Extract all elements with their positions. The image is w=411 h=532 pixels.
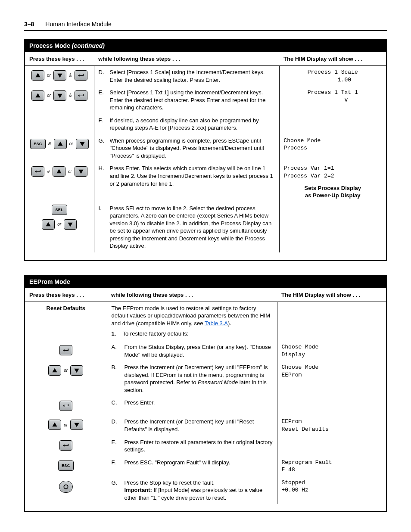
him-display: Choose Mode Process	[279, 134, 386, 162]
table-row: E. Press Enter to restore all parameters…	[25, 436, 386, 456]
eeprom-table: Press these keys . . . while following t…	[25, 288, 386, 511]
enter-key-icon	[59, 345, 72, 355]
col-head-display: The HIM Display will show . . .	[277, 288, 386, 302]
process-mode-table-wrap: Press these keys . . . while following t…	[24, 52, 387, 261]
increment-key-icon	[54, 139, 67, 149]
increment-key-icon	[31, 70, 44, 81]
document-page: 3–8 Human Interface Module Process Mode …	[0, 0, 411, 532]
him-display: Stopped +0.00 Hz	[277, 476, 386, 504]
table-row: C. Press Enter.	[25, 396, 386, 415]
enter-key-icon	[75, 90, 87, 101]
step-letter: A.	[112, 343, 119, 358]
stop-key-icon	[59, 481, 73, 493]
step-text: Press SELect to move to line 2. Select t…	[110, 205, 275, 250]
step-text: When process programming is complete, pr…	[110, 137, 275, 160]
band-title: Process Mode	[29, 42, 70, 49]
him-display: Process 1 Scale 1.00	[279, 66, 386, 87]
numbered-item: 1. To restore factory defaults:	[112, 330, 273, 338]
increment-key-icon	[42, 219, 55, 230]
sel-key-icon: SEL	[52, 205, 67, 215]
step-letter: F.	[112, 459, 119, 467]
esc-key-icon: ESC	[58, 460, 74, 471]
step-text: Press Enter.	[125, 399, 273, 407]
enter-key-icon	[31, 166, 44, 177]
key-combo: or &	[31, 90, 87, 101]
step-text: Press the Stop key to reset the fault. I…	[125, 479, 273, 502]
col-head-display: The HIM Display will show . . .	[279, 52, 386, 66]
step-text: Press Enter to restore all parameters to…	[125, 439, 273, 454]
table-row: A. From the Status Display, press Enter …	[25, 341, 386, 361]
step-text: Press Enter. This selects which custom d…	[110, 165, 275, 187]
key-combo: SEL or	[29, 205, 90, 231]
step-letter: G.	[112, 479, 119, 502]
decrement-key-icon	[53, 70, 66, 81]
col-head-steps: while following these steps . . .	[94, 52, 279, 66]
key-combo: & or	[31, 166, 87, 177]
step-text: Select [Process 1 Txt 1] using the Incre…	[110, 89, 275, 112]
table-row: & or H. Press Enter. This selects which …	[25, 162, 386, 202]
intro-text: The EEProm mode is used to restore all s…	[112, 305, 271, 327]
step-letter: C.	[112, 399, 119, 407]
band-title: EEProm Mode	[29, 278, 70, 285]
step-letter: I.	[99, 205, 106, 250]
decrement-key-icon	[64, 219, 77, 230]
step-letter: G.	[99, 137, 106, 160]
important-label: Important:	[125, 487, 152, 493]
esc-key-icon: ESC	[30, 139, 46, 149]
decrement-key-icon	[70, 420, 83, 430]
him-display: Choose Mode EEProm	[277, 361, 386, 396]
process-mode-table: Press these keys . . . while following t…	[25, 52, 386, 260]
increment-key-icon	[48, 420, 61, 430]
step-text: Press the Increment (or Decrement) key u…	[125, 364, 273, 394]
enter-key-icon	[75, 70, 87, 81]
him-display: Process Var 1=1 Process Var 2=2	[284, 165, 382, 180]
decrement-key-icon	[75, 166, 87, 177]
table-row: SEL or I. Press SELect to move to line 2…	[25, 202, 386, 252]
col-head-steps: while following these steps . . .	[107, 288, 277, 302]
step-text: Press ESC. "Reprogram Fault" will displa…	[125, 459, 273, 467]
col-head-keys: Press these keys . . .	[25, 52, 94, 66]
table-row: Reset Defaults The EEProm mode is used t…	[25, 302, 386, 341]
list-number: 1.	[112, 330, 118, 338]
step-letter: E.	[112, 439, 119, 454]
step-text: Select [Process 1 Scale] using the Incre…	[110, 68, 275, 84]
table-row: F. If desired, a second display line can…	[25, 114, 386, 134]
key-combo: ESC & or	[30, 139, 89, 149]
him-display: Reprogram Fault F 48	[277, 456, 386, 476]
decrement-key-icon	[76, 139, 89, 149]
step-letter: F.	[99, 117, 106, 132]
svg-point-0	[64, 485, 68, 488]
key-combo: or &	[31, 70, 87, 81]
table-3a-link[interactable]: Table 3.A	[205, 320, 228, 327]
increment-key-icon	[53, 166, 65, 177]
table-row: or D. Press the Increment (or Decrement)…	[25, 415, 386, 436]
sets-process-note: Sets Process Display as Power-Up Display	[284, 184, 382, 199]
him-display: Process 1 Txt 1 V	[279, 86, 386, 114]
increment-key-icon	[48, 365, 61, 376]
eeprom-band: EEProm Mode	[25, 276, 386, 288]
page-header: 3–8 Human Interface Module	[24, 21, 387, 31]
password-mode-ref: Password Mode	[198, 379, 238, 386]
step-letter: H.	[99, 165, 106, 187]
increment-key-icon	[31, 90, 44, 101]
step-letter: D.	[99, 68, 106, 84]
page-number: 3–8	[24, 21, 34, 28]
step-text: If desired, a second display line can al…	[110, 117, 275, 132]
eeprom-table-wrap: Press these keys . . . while following t…	[24, 288, 387, 512]
table-row: G. Press the Stop key to reset the fault…	[25, 476, 386, 504]
decrement-key-icon	[70, 365, 83, 376]
him-display: Choose Mode Display	[277, 341, 386, 361]
step-text: From the Status Display, press Enter (or…	[125, 343, 273, 358]
process-mode-band: Process Mode (continued)	[25, 40, 386, 52]
enter-key-icon	[59, 440, 72, 451]
reset-defaults-label: Reset Defaults	[25, 302, 107, 341]
table-row: or & D. Select [Process 1 Scale] using t…	[25, 66, 386, 87]
step-letter: E.	[99, 89, 106, 112]
table-row: ESC & or G. When process programming is …	[25, 134, 386, 162]
decrement-key-icon	[53, 90, 66, 101]
step-letter: B.	[112, 364, 119, 394]
him-display: EEProm Reset Defaults	[277, 415, 386, 436]
process-mode-band-wrap: Process Mode (continued)	[24, 39, 387, 52]
enter-key-icon	[59, 401, 72, 411]
eeprom-band-wrap: EEProm Mode	[24, 275, 387, 288]
